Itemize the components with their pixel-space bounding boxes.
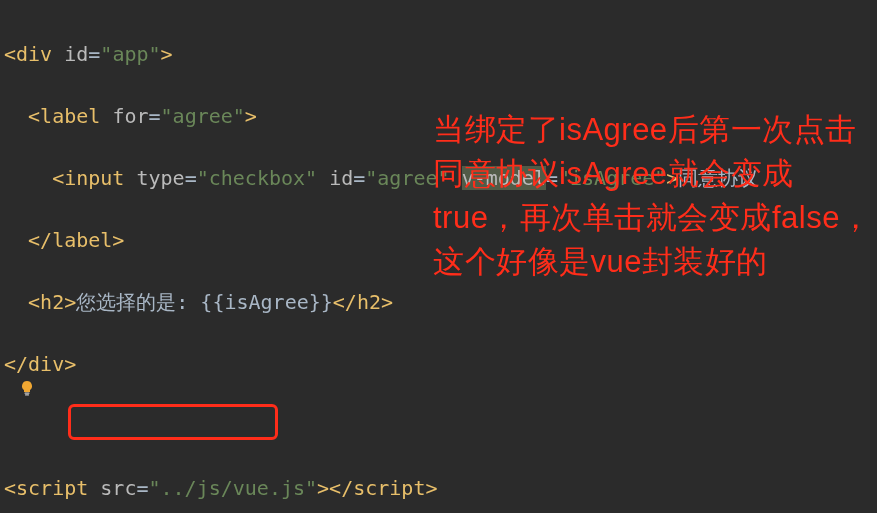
- svg-rect-1: [25, 394, 29, 395]
- code-line: <h2>您选择的是: {{isAgree}}</h2>: [4, 287, 873, 318]
- svg-rect-0: [25, 393, 30, 394]
- code-line: [4, 411, 873, 442]
- code-line: </div>: [4, 349, 873, 380]
- code-line: <div id="app">: [4, 39, 873, 70]
- lightbulb-icon[interactable]: [19, 380, 35, 396]
- annotation-text: 当绑定了isAgree后第一次点击同意协议isAgree就会变成true，再次单…: [433, 108, 873, 284]
- code-line: <script src="../js/vue.js"></script>: [4, 473, 873, 504]
